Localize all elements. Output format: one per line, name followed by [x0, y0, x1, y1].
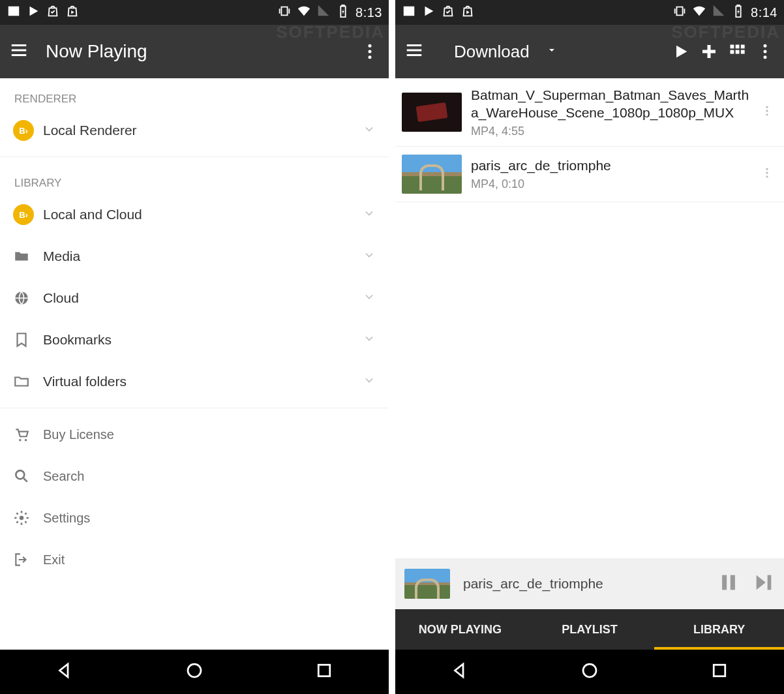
- item-overflow-icon[interactable]: [754, 100, 780, 124]
- overflow-menu-icon[interactable]: [755, 42, 775, 61]
- drawer-item-buy-license[interactable]: Buy License: [0, 414, 389, 455]
- drawer-item-media[interactable]: Media: [0, 235, 389, 277]
- overflow-menu-icon[interactable]: [360, 42, 380, 61]
- tab-now-playing[interactable]: NOW PLAYING: [395, 609, 525, 650]
- add-button[interactable]: [699, 42, 719, 61]
- android-nav-bar: [395, 650, 784, 694]
- svg-point-20: [766, 110, 768, 112]
- status-bar: 8:14: [395, 0, 784, 25]
- next-track-button[interactable]: [753, 571, 775, 596]
- chevron-down-icon: [363, 374, 376, 390]
- file-subtitle: MP4, 4:55: [471, 125, 754, 138]
- svg-point-28: [583, 664, 596, 677]
- drawer-item-settings[interactable]: Settings: [0, 497, 389, 539]
- video-thumbnail: [402, 93, 462, 132]
- tab-library[interactable]: LIBRARY: [654, 609, 784, 650]
- cart-icon: [13, 426, 43, 443]
- file-title: paris_arc_de_triomphe: [471, 157, 754, 174]
- svg-rect-10: [731, 45, 734, 49]
- navigation-drawer: RENDERER B› Local Renderer LIBRARY B› Lo…: [0, 78, 389, 650]
- phone-screenshot-2: SOFTPEDIA 8:14 Download: [395, 0, 784, 694]
- svg-point-23: [766, 172, 768, 174]
- drawer-item-virtual-folders[interactable]: Virtual folders: [0, 361, 389, 402]
- wifi-icon: [297, 4, 311, 22]
- app-badge-icon: B›: [13, 204, 34, 225]
- vibrate-icon: [277, 4, 292, 22]
- drawer-item-label: Search: [43, 469, 84, 484]
- mini-thumbnail: [404, 569, 450, 599]
- drawer-item-local-and-cloud[interactable]: B› Local and Cloud: [0, 194, 389, 235]
- signal-icon: [316, 4, 331, 22]
- gear-icon: [13, 509, 43, 526]
- nav-back-icon[interactable]: [450, 661, 470, 683]
- svg-point-4: [19, 439, 21, 441]
- app-badge-icon: B›: [13, 120, 34, 141]
- drawer-item-local-renderer[interactable]: B› Local Renderer: [0, 110, 389, 151]
- tab-playlist[interactable]: PLAYLIST: [525, 609, 655, 650]
- view-grid-button[interactable]: [728, 42, 746, 61]
- play-all-button[interactable]: [672, 42, 690, 61]
- folder-spinner[interactable]: Download: [454, 42, 557, 62]
- drawer-item-label: Buy License: [43, 427, 114, 442]
- drawer-item-search[interactable]: Search: [0, 455, 389, 497]
- status-bar: 8:13: [0, 0, 389, 25]
- folder-icon: [13, 248, 43, 265]
- nav-home-icon[interactable]: [580, 661, 599, 683]
- pause-button[interactable]: [717, 571, 740, 596]
- bottom-tabs: NOW PLAYING PLAYLIST LIBRARY: [395, 609, 784, 650]
- nav-home-icon[interactable]: [185, 661, 204, 683]
- caret-down-icon: [547, 45, 557, 58]
- drawer-item-exit[interactable]: Exit: [0, 539, 389, 581]
- picture-icon: [402, 4, 416, 22]
- svg-point-8: [188, 664, 201, 677]
- svg-point-16: [764, 44, 767, 48]
- divider: [0, 408, 389, 408]
- bag-play-icon: [460, 4, 475, 22]
- svg-rect-13: [731, 50, 734, 54]
- svg-rect-29: [714, 665, 725, 676]
- svg-point-0: [369, 44, 372, 48]
- bookmark-icon: [13, 331, 43, 348]
- battery-charging-icon: [731, 4, 746, 22]
- app-bar: Download: [395, 25, 784, 78]
- list-item[interactable]: paris_arc_de_triomphe MP4, 0:10: [395, 147, 784, 202]
- tab-label: NOW PLAYING: [419, 623, 502, 637]
- search-icon: [13, 468, 43, 485]
- nav-back-icon[interactable]: [55, 661, 74, 683]
- nav-recents-icon[interactable]: [710, 661, 729, 683]
- svg-point-19: [766, 106, 768, 108]
- svg-point-21: [766, 113, 768, 115]
- svg-rect-15: [741, 50, 745, 54]
- svg-point-2: [369, 55, 372, 59]
- svg-rect-9: [318, 665, 330, 676]
- section-header-library: LIBRARY: [0, 162, 389, 194]
- drawer-item-label: Media: [43, 249, 80, 264]
- item-overflow-icon[interactable]: [754, 162, 780, 186]
- video-thumbnail: [402, 155, 462, 194]
- mini-player[interactable]: paris_arc_de_triomphe: [395, 558, 784, 609]
- drawer-item-label: Bookmarks: [43, 332, 112, 348]
- drawer-item-label: Local and Cloud: [43, 207, 142, 222]
- battery-charging-icon: [336, 4, 350, 22]
- android-nav-bar: [0, 650, 389, 694]
- drawer-item-bookmarks[interactable]: Bookmarks: [0, 319, 389, 361]
- nav-recents-icon[interactable]: [314, 661, 334, 683]
- list-item[interactable]: Batman_V_Superman_Batman_Saves_Martha_Wa…: [395, 78, 784, 147]
- file-list: Batman_V_Superman_Batman_Saves_Martha_Wa…: [395, 78, 784, 558]
- app-bar: Now Playing: [0, 25, 389, 78]
- file-subtitle: MP4, 0:10: [471, 177, 754, 191]
- mini-player-title: paris_arc_de_triomphe: [463, 576, 704, 592]
- hamburger-icon[interactable]: [9, 40, 29, 63]
- chevron-down-icon: [363, 207, 376, 223]
- phone-screenshot-1: SOFTPEDIA 8:13 Now Playing RENDERER B› L…: [0, 0, 389, 694]
- svg-rect-25: [722, 575, 727, 590]
- globe-icon: [13, 290, 43, 307]
- divider: [0, 157, 389, 157]
- bag-check-icon: [46, 4, 60, 22]
- picture-icon: [7, 4, 21, 22]
- hamburger-icon[interactable]: [404, 40, 424, 63]
- tab-label: PLAYLIST: [562, 623, 617, 637]
- drawer-item-cloud[interactable]: Cloud: [0, 277, 389, 319]
- svg-point-17: [764, 50, 767, 53]
- status-clock: 8:13: [355, 5, 382, 20]
